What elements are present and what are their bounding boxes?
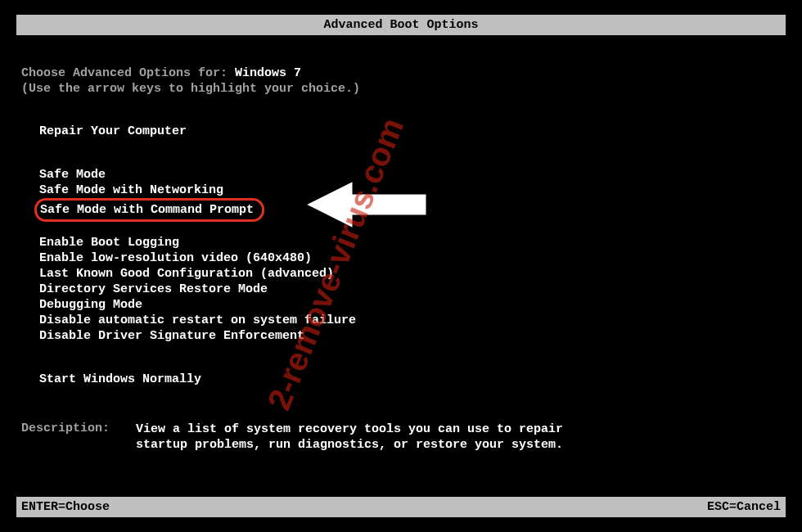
description-section: Description: View a list of system recov… — [21, 422, 781, 453]
os-name: Windows 7 — [235, 66, 301, 80]
window-title: Advanced Boot Options — [323, 18, 478, 32]
menu-disable-auto-restart[interactable]: Disable automatic restart on system fail… — [39, 313, 781, 328]
menu-disable-driver-signature[interactable]: Disable Driver Signature Enforcement — [39, 328, 781, 344]
menu-last-known-good[interactable]: Last Known Good Configuration (advanced) — [39, 266, 781, 282]
highlight-circle: Safe Mode with Command Prompt — [34, 198, 264, 222]
esc-hint: ESC=Cancel — [707, 500, 781, 514]
title-bar: Advanced Boot Options — [16, 15, 786, 35]
enter-hint: ENTER=Choose — [21, 500, 110, 514]
menu-enable-boot-logging[interactable]: Enable Boot Logging — [39, 235, 781, 250]
description-line-2: startup problems, run diagnostics, or re… — [136, 437, 563, 453]
hint-text: (Use the arrow keys to highlight your ch… — [21, 82, 781, 96]
menu-start-normally[interactable]: Start Windows Normally — [39, 372, 781, 387]
prompt-line: Choose Advanced Options for: Windows 7 — [21, 66, 781, 80]
description-line-1: View a list of system recovery tools you… — [136, 422, 563, 437]
menu-safe-mode-command-prompt[interactable]: Safe Mode with Command Prompt — [39, 198, 781, 222]
boot-menu[interactable]: Repair Your Computer Safe Mode Safe Mode… — [39, 124, 781, 387]
menu-debugging-mode[interactable]: Debugging Mode — [39, 297, 781, 313]
menu-safe-mode[interactable]: Safe Mode — [39, 167, 781, 183]
description-text: View a list of system recovery tools you… — [136, 422, 563, 453]
menu-safe-mode-networking[interactable]: Safe Mode with Networking — [39, 183, 781, 198]
menu-low-res-video[interactable]: Enable low-resolution video (640x480) — [39, 250, 781, 266]
prompt-prefix: Choose Advanced Options for: — [21, 66, 235, 80]
menu-directory-services-restore[interactable]: Directory Services Restore Mode — [39, 282, 781, 297]
menu-repair-computer[interactable]: Repair Your Computer — [39, 124, 781, 139]
content-area: Choose Advanced Options for: Windows 7 (… — [0, 35, 802, 469]
description-label: Description: — [21, 422, 136, 453]
footer-bar: ENTER=Choose ESC=Cancel — [16, 497, 786, 517]
